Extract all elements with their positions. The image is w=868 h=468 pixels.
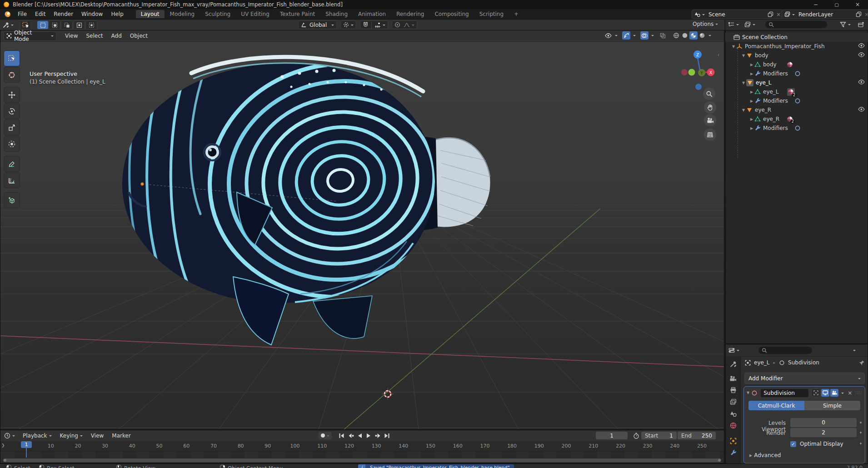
start-frame-field[interactable]: Start1 — [641, 432, 677, 439]
blender-menu-icon[interactable] — [5, 11, 10, 17]
hide-toggle-eye-icon[interactable] — [858, 52, 865, 57]
collapse-icon[interactable]: ▼ — [741, 54, 746, 58]
object-origin-dot[interactable] — [141, 183, 144, 186]
menu-edit[interactable]: Edit — [31, 11, 50, 17]
expand-icon[interactable]: ▶ — [749, 99, 754, 103]
tool-cursor[interactable] — [4, 67, 20, 83]
fish-model[interactable] — [122, 47, 490, 345]
tab-view-layer-icon[interactable] — [730, 398, 737, 405]
mode-dropdown[interactable]: Object Mode — [4, 31, 56, 41]
workspace-tab-modeling[interactable]: Modeling — [165, 10, 200, 18]
animate-dot[interactable] — [860, 432, 862, 433]
modifier-drag-handle[interactable]: :::: — [855, 391, 862, 395]
properties-filter-dropdown[interactable] — [853, 350, 856, 353]
outliner-row-scene-collection[interactable]: Scene Collection — [725, 33, 868, 42]
zoom-button[interactable] — [703, 88, 715, 100]
workspace-tab-texture-paint[interactable]: Texture Paint — [275, 10, 320, 18]
modifier-close-icon[interactable]: × — [848, 390, 852, 396]
object-visibility-toggle[interactable] — [604, 31, 612, 40]
remove-view-layer-icon[interactable]: × — [864, 11, 868, 18]
auto-keying-toggle[interactable] — [319, 432, 332, 439]
workspace-tab-animation[interactable]: Animation — [353, 10, 391, 18]
camera-view-button[interactable] — [704, 114, 716, 126]
tool-move[interactable] — [4, 87, 20, 103]
jump-to-start-button[interactable] — [337, 432, 346, 439]
workspace-tab-uv-editing[interactable]: UV Editing — [236, 10, 274, 18]
shading-wireframe-button[interactable] — [672, 31, 680, 40]
new-view-layer-icon[interactable] — [856, 11, 862, 17]
properties-editor-type-button[interactable] — [728, 347, 739, 353]
previous-keyframe-button[interactable] — [346, 432, 355, 439]
breadcrumb-modifier[interactable]: Subdivision — [788, 359, 819, 366]
overlays-toggle[interactable] — [640, 31, 649, 40]
current-frame-badge[interactable]: 1 — [21, 441, 32, 448]
workspace-tab-sculpting[interactable]: Sculpting — [200, 10, 235, 18]
timeline-scrollbar[interactable] — [3, 458, 721, 462]
shading-solid-button[interactable] — [681, 31, 689, 40]
tool-measure[interactable] — [4, 172, 20, 188]
timeline-menu-keying[interactable]: Keying — [56, 433, 87, 439]
select-mode-extend[interactable] — [49, 20, 60, 30]
subsurf-modifier-icon[interactable] — [794, 70, 801, 77]
expand-icon[interactable]: ▶ — [749, 117, 754, 121]
saved-notification[interactable]: i Saved "Pomacanthus_Imperator_Fish_blen… — [358, 464, 514, 468]
collapse-icon[interactable]: ▼ — [741, 81, 746, 85]
outliner-row-body-object[interactable]: ▼ body — [725, 51, 868, 60]
ruler-expand-arrow[interactable]: ❯ — [1, 443, 5, 448]
active-tool-button[interactable] — [20, 20, 31, 30]
workspace-tab-layout[interactable]: Layout — [136, 10, 165, 18]
advanced-section-toggle[interactable]: ▶ Advanced — [749, 452, 781, 458]
close-button[interactable]: × — [847, 0, 868, 9]
optimal-display-checkbox[interactable]: ✓ — [790, 441, 796, 447]
end-frame-field[interactable]: End250 — [678, 432, 716, 439]
menu-file[interactable]: File — [14, 11, 31, 17]
pin-icon[interactable] — [859, 360, 865, 366]
modifier-realtime-toggle[interactable] — [821, 389, 829, 397]
viewport-menu-view[interactable]: View — [61, 33, 82, 39]
panel-collapse-icon[interactable]: ▼ — [747, 391, 749, 395]
viewport-menu-object[interactable]: Object — [126, 33, 152, 39]
scrollbar-left-handle[interactable] — [4, 459, 6, 462]
select-mode-subtract[interactable] — [61, 20, 73, 30]
select-mode-intersect[interactable] — [85, 20, 97, 30]
outliner-search-input[interactable] — [765, 21, 827, 28]
modifier-extras-dropdown[interactable] — [841, 393, 844, 395]
outliner-row-eye-r-data[interactable]: ▶ eye_R 2 — [725, 115, 868, 124]
select-mode-invert[interactable] — [73, 20, 85, 30]
ortho-toggle-button[interactable] — [704, 129, 716, 141]
subsurf-modifier-icon[interactable] — [794, 125, 801, 131]
timeline-menu-marker[interactable]: Marker — [108, 433, 135, 439]
navigation-gizmo[interactable]: Y X Z — [679, 47, 723, 90]
add-workspace-button[interactable]: + — [509, 10, 524, 18]
outliner-row-eye-r-object[interactable]: ▼ eye_R — [725, 105, 868, 115]
workspace-tab-rendering[interactable]: Rendering — [391, 10, 429, 18]
outliner-row-body-modifiers[interactable]: ▶ Modifiers — [725, 69, 868, 78]
xray-toggle[interactable] — [658, 31, 667, 40]
outliner-row-fish-empty[interactable]: ▼ Pomacanthus_Imperator_Fish — [725, 42, 868, 51]
render-levels-field[interactable]: 2 — [790, 428, 857, 437]
hide-toggle-eye-icon[interactable] — [858, 43, 865, 48]
select-mode-set[interactable] — [37, 21, 48, 29]
unlink-scene-icon[interactable]: × — [776, 11, 781, 18]
proportional-edit-group[interactable] — [392, 20, 417, 29]
tab-modifiers-icon[interactable] — [730, 449, 737, 456]
expand-icon[interactable]: ▶ — [749, 90, 754, 94]
outliner-row-eye-l-data[interactable]: ▶ eye_L 2 — [725, 87, 868, 96]
transform-orientation-dropdown[interactable]: Global — [298, 20, 337, 29]
tab-scene-icon[interactable] — [730, 410, 737, 417]
maximize-button[interactable]: ▢ — [826, 0, 847, 9]
current-frame-field[interactable]: 1 — [596, 432, 628, 439]
outliner-row-eye-r-modifiers[interactable]: ▶ Modifiers — [725, 124, 868, 133]
scene-selector[interactable]: Scene × — [692, 10, 783, 19]
outliner-display-mode-button[interactable] — [744, 21, 755, 28]
expand-icon[interactable]: ▶ — [749, 72, 754, 76]
menu-window[interactable]: Window — [77, 11, 107, 17]
levels-viewport-field[interactable]: 0 — [790, 418, 857, 427]
timeline-editor-type-button[interactable] — [4, 433, 15, 439]
collapse-icon[interactable]: ▼ — [731, 45, 736, 49]
workspace-tab-compositing[interactable]: Compositing — [429, 10, 474, 18]
next-keyframe-button[interactable] — [374, 432, 382, 439]
scrollbar-right-handle[interactable] — [718, 459, 721, 462]
stopwatch-icon[interactable] — [633, 433, 639, 439]
tab-output-icon[interactable] — [730, 387, 737, 393]
